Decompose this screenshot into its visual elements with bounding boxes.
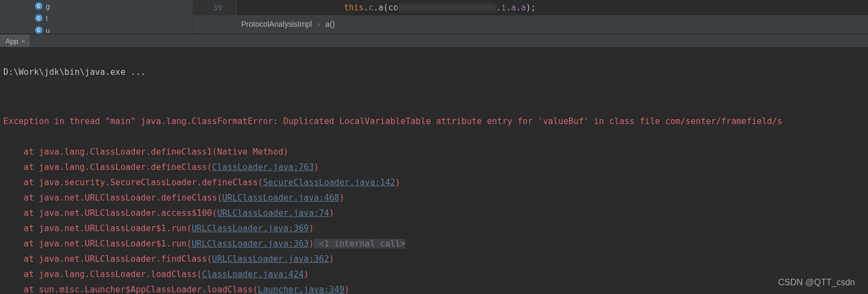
stack-frame: at java.lang.ClassLoader.defineClass1(Na… (3, 144, 868, 160)
run-tab[interactable]: App × (0, 35, 29, 47)
code-text[interactable]: this.c.a(co.i.a.a); (237, 3, 536, 13)
exception-line: Exception in thread "main" java.lang.Cla… (3, 114, 868, 129)
code-line[interactable]: 39 this.c.a(co.i.a.a); (193, 0, 868, 15)
tree-item-label: u (46, 26, 50, 34)
stack-frame: at java.net.URLClassLoader.defineClass(U… (3, 190, 868, 205)
source-link[interactable]: ClassLoader.java:763 (212, 162, 314, 172)
source-link[interactable]: URLClassLoader.java:363 (191, 239, 309, 249)
close-icon[interactable]: × (21, 38, 25, 45)
tree-item-label: t (46, 14, 48, 22)
tree-item[interactable]: C g (0, 0, 193, 12)
console-command: D:\Work\jdk\bin\java.exe ... (3, 64, 868, 80)
internal-call-note: <1 internal call> (314, 239, 405, 249)
stack-frame: at java.lang.ClassLoader.loadClass(Class… (3, 267, 868, 282)
stack-frame: at java.lang.ClassLoader.defineClass(Cla… (3, 160, 868, 175)
keyword: this (344, 3, 363, 13)
editor-breadcrumb[interactable]: ProtocolAnalysisImpl › a() (193, 15, 868, 33)
redacted-code (398, 3, 496, 12)
source-link[interactable]: ClassLoader.java:424 (202, 269, 304, 279)
stack-frame: at java.net.URLClassLoader$1.run(URLClas… (3, 236, 868, 251)
class-icon: C (35, 2, 43, 10)
source-link[interactable]: URLClassLoader.java:369 (191, 224, 309, 233)
editor-pane: 39 this.c.a(co.i.a.a); ProtocolAnalysisI… (193, 0, 868, 33)
line-number: 39 (193, 0, 237, 15)
breadcrumb-method[interactable]: a() (326, 20, 335, 28)
stack-frame: at sun.misc.Launcher$AppClassLoader.load… (3, 282, 868, 294)
console-output[interactable]: D:\Work\jdk\bin\java.exe ... Exception i… (0, 47, 868, 294)
stack-frame: at java.security.SecureClassLoader.defin… (3, 175, 868, 190)
stack-frame: at java.net.URLClassLoader.findClass(URL… (3, 251, 868, 267)
breadcrumb-class[interactable]: ProtocolAnalysisImpl (241, 20, 312, 28)
editor-area: C g C t C u 39 this.c.a(co.i.a.a); Proto… (0, 0, 868, 34)
stack-frame: at java.net.URLClassLoader.access$100(UR… (3, 205, 868, 221)
tree-item[interactable]: C t (0, 12, 193, 24)
stack-frame: at java.net.URLClassLoader$1.run(URLClas… (3, 221, 868, 236)
source-link[interactable]: SecureClassLoader.java:142 (263, 178, 396, 187)
watermark: CSDN @QTT_csdn (778, 278, 855, 287)
source-link[interactable]: URLClassLoader.java:468 (222, 193, 339, 203)
source-link[interactable]: URLClassLoader.java:362 (212, 254, 330, 264)
class-icon: C (35, 26, 43, 34)
source-link[interactable]: Launcher.java:349 (258, 285, 345, 294)
tree-item-label: g (46, 2, 50, 10)
chevron-right-icon: › (318, 20, 320, 28)
source-link[interactable]: URLClassLoader.java:74 (217, 208, 329, 218)
run-tab-label: App (5, 37, 18, 45)
tree-item[interactable]: C u (0, 24, 193, 36)
class-icon: C (35, 14, 43, 22)
project-tool-window[interactable]: C g C t C u (0, 0, 193, 33)
